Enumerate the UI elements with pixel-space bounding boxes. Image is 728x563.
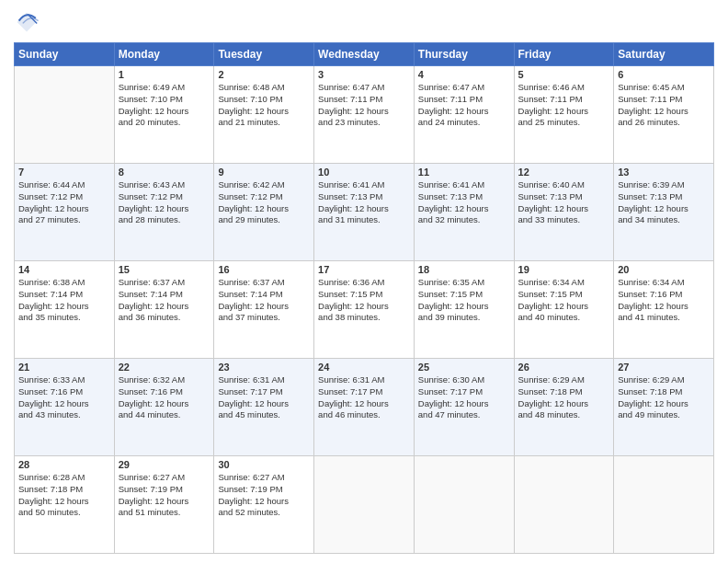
day-info-line: Daylight: 12 hours bbox=[318, 106, 410, 118]
day-number: 3 bbox=[318, 69, 410, 80]
day-info-line: Daylight: 12 hours bbox=[618, 398, 710, 410]
calendar-cell: 9Sunrise: 6:42 AMSunset: 7:12 PMDaylight… bbox=[214, 164, 314, 261]
day-info-line: and 39 minutes. bbox=[418, 312, 510, 324]
day-info-line: and 24 minutes. bbox=[418, 117, 510, 129]
day-number: 30 bbox=[218, 459, 310, 470]
day-info-line: Sunset: 7:12 PM bbox=[119, 191, 210, 203]
day-number: 7 bbox=[18, 167, 110, 178]
day-number: 2 bbox=[218, 69, 310, 80]
day-info-line: Sunset: 7:11 PM bbox=[418, 94, 510, 106]
day-info-line: Sunrise: 6:33 AM bbox=[18, 374, 110, 386]
day-number: 9 bbox=[218, 167, 310, 178]
day-info-line: Sunrise: 6:47 AM bbox=[418, 82, 510, 94]
day-info-line: Daylight: 12 hours bbox=[518, 398, 610, 410]
day-header-wednesday: Wednesday bbox=[314, 43, 415, 66]
calendar-cell: 15Sunrise: 6:37 AMSunset: 7:14 PMDayligh… bbox=[114, 261, 214, 359]
week-row-5: 28Sunrise: 6:28 AMSunset: 7:18 PMDayligh… bbox=[15, 456, 714, 554]
day-info-line: Sunrise: 6:39 AM bbox=[618, 179, 710, 191]
day-info-line: Daylight: 12 hours bbox=[618, 301, 710, 313]
calendar-cell: 10Sunrise: 6:41 AMSunset: 7:13 PMDayligh… bbox=[314, 164, 415, 261]
day-info-line: Daylight: 12 hours bbox=[418, 398, 510, 410]
day-info-line: Sunrise: 6:34 AM bbox=[518, 277, 610, 289]
day-info-line: Daylight: 12 hours bbox=[518, 301, 610, 313]
day-info-line: Daylight: 12 hours bbox=[618, 106, 710, 118]
day-info-line: Daylight: 12 hours bbox=[518, 203, 610, 215]
day-number: 21 bbox=[18, 362, 110, 373]
day-info-line: Sunrise: 6:41 AM bbox=[418, 179, 510, 191]
day-number: 25 bbox=[418, 362, 510, 373]
day-number: 20 bbox=[618, 264, 710, 275]
day-info-line: Sunset: 7:13 PM bbox=[518, 191, 610, 203]
day-info-line: Sunset: 7:14 PM bbox=[119, 289, 210, 301]
day-info-line: and 34 minutes. bbox=[618, 214, 710, 226]
day-info-line: Sunrise: 6:34 AM bbox=[618, 277, 710, 289]
day-info-line: Daylight: 12 hours bbox=[418, 106, 510, 118]
calendar-cell: 19Sunrise: 6:34 AMSunset: 7:15 PMDayligh… bbox=[514, 261, 614, 359]
calendar-cell: 25Sunrise: 6:30 AMSunset: 7:17 PMDayligh… bbox=[414, 359, 514, 456]
day-info-line: Sunset: 7:16 PM bbox=[18, 386, 110, 398]
day-info-line: Sunset: 7:13 PM bbox=[618, 191, 710, 203]
day-number: 11 bbox=[418, 167, 510, 178]
day-info-line: Sunset: 7:19 PM bbox=[218, 484, 310, 496]
day-info-line: Sunset: 7:12 PM bbox=[18, 191, 110, 203]
page: SundayMondayTuesdayWednesdayThursdayFrid… bbox=[0, 0, 728, 563]
day-info-line: and 36 minutes. bbox=[119, 312, 210, 324]
day-info-line: Sunset: 7:11 PM bbox=[318, 94, 410, 106]
calendar-cell: 16Sunrise: 6:37 AMSunset: 7:14 PMDayligh… bbox=[214, 261, 314, 359]
day-info-line: Sunrise: 6:30 AM bbox=[418, 374, 510, 386]
day-number: 4 bbox=[418, 69, 510, 80]
day-info-line: Sunrise: 6:29 AM bbox=[618, 374, 710, 386]
calendar-cell: 5Sunrise: 6:46 AMSunset: 7:11 PMDaylight… bbox=[514, 66, 614, 164]
day-number: 22 bbox=[119, 362, 210, 373]
logo bbox=[14, 9, 43, 35]
day-info-line: Sunrise: 6:49 AM bbox=[119, 82, 210, 94]
calendar-cell: 12Sunrise: 6:40 AMSunset: 7:13 PMDayligh… bbox=[514, 164, 614, 261]
calendar-table: SundayMondayTuesdayWednesdayThursdayFrid… bbox=[14, 42, 714, 554]
day-info-line: Sunrise: 6:47 AM bbox=[318, 82, 410, 94]
day-info-line: and 35 minutes. bbox=[18, 312, 110, 324]
day-info-line: and 29 minutes. bbox=[218, 214, 310, 226]
day-info-line: Sunrise: 6:32 AM bbox=[119, 374, 210, 386]
day-number: 5 bbox=[518, 69, 610, 80]
day-info-line: Sunset: 7:16 PM bbox=[119, 386, 210, 398]
day-info-line: and 21 minutes. bbox=[218, 117, 310, 129]
day-info-line: Sunset: 7:17 PM bbox=[218, 386, 310, 398]
day-info-line: Sunrise: 6:44 AM bbox=[18, 179, 110, 191]
day-number: 17 bbox=[318, 264, 410, 275]
day-info-line: Sunset: 7:13 PM bbox=[318, 191, 410, 203]
day-info-line: Daylight: 12 hours bbox=[119, 203, 210, 215]
day-info-line: Sunset: 7:16 PM bbox=[618, 289, 710, 301]
day-number: 23 bbox=[218, 362, 310, 373]
day-info-line: Sunset: 7:17 PM bbox=[418, 386, 510, 398]
calendar-cell: 30Sunrise: 6:27 AMSunset: 7:19 PMDayligh… bbox=[214, 456, 314, 554]
header bbox=[14, 9, 714, 35]
calendar-cell: 2Sunrise: 6:48 AMSunset: 7:10 PMDaylight… bbox=[214, 66, 314, 164]
day-info-line: Daylight: 12 hours bbox=[518, 106, 610, 118]
day-number: 28 bbox=[18, 459, 110, 470]
calendar-cell: 18Sunrise: 6:35 AMSunset: 7:15 PMDayligh… bbox=[414, 261, 514, 359]
calendar-cell: 13Sunrise: 6:39 AMSunset: 7:13 PMDayligh… bbox=[614, 164, 714, 261]
calendar-cell bbox=[414, 456, 514, 554]
day-number: 27 bbox=[618, 362, 710, 373]
calendar-cell: 7Sunrise: 6:44 AMSunset: 7:12 PMDaylight… bbox=[15, 164, 115, 261]
day-number: 15 bbox=[119, 264, 210, 275]
day-info-line: Daylight: 12 hours bbox=[418, 301, 510, 313]
calendar-cell: 1Sunrise: 6:49 AMSunset: 7:10 PMDaylight… bbox=[114, 66, 214, 164]
day-info-line: Sunset: 7:13 PM bbox=[418, 191, 510, 203]
day-info-line: Daylight: 12 hours bbox=[218, 496, 310, 508]
day-info-line: Daylight: 12 hours bbox=[18, 301, 110, 313]
day-info-line: and 32 minutes. bbox=[418, 214, 510, 226]
week-row-2: 7Sunrise: 6:44 AMSunset: 7:12 PMDaylight… bbox=[15, 164, 714, 261]
day-info-line: Sunrise: 6:43 AM bbox=[119, 179, 210, 191]
calendar-cell: 20Sunrise: 6:34 AMSunset: 7:16 PMDayligh… bbox=[614, 261, 714, 359]
week-row-4: 21Sunrise: 6:33 AMSunset: 7:16 PMDayligh… bbox=[15, 359, 714, 456]
day-header-thursday: Thursday bbox=[414, 43, 514, 66]
day-number: 18 bbox=[418, 264, 510, 275]
day-info-line: and 44 minutes. bbox=[119, 409, 210, 421]
day-number: 13 bbox=[618, 167, 710, 178]
day-info-line: and 49 minutes. bbox=[618, 409, 710, 421]
day-info-line: and 47 minutes. bbox=[418, 409, 510, 421]
day-info-line: Sunset: 7:12 PM bbox=[218, 191, 310, 203]
day-info-line: Sunrise: 6:31 AM bbox=[318, 374, 410, 386]
calendar-cell: 6Sunrise: 6:45 AMSunset: 7:11 PMDaylight… bbox=[614, 66, 714, 164]
